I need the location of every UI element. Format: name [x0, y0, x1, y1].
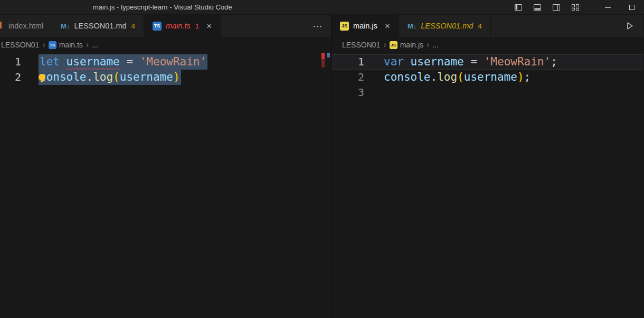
line-number[interactable]: 2 [332, 70, 366, 85]
breadcrumb-text: ... [92, 41, 98, 49]
toggle-secondary-sidebar-icon[interactable] [549, 0, 564, 15]
markdown-file-icon: M↓ [61, 22, 70, 31]
code-line-1[interactable]: 1var username = 'MeowRain'; [332, 54, 643, 70]
window-title: main.js - typescript-learn - Visual Stud… [93, 0, 232, 15]
chevron-right-icon: › [86, 40, 89, 50]
problems-badge: 4 [478, 22, 482, 30]
tab-label: LESSON01.md [421, 22, 473, 30]
code-lines: 1var username = 'MeowRain';2console.log(… [332, 53, 643, 100]
breadcrumb-item[interactable]: LESSON01 [1, 41, 39, 49]
tab-bar-right: JSmain.js×M↓LESSON01.md4 [332, 15, 643, 37]
breadcrumb-text: LESSON01 [342, 41, 380, 49]
titlebar-controls [511, 0, 644, 15]
tab-actions [624, 15, 635, 37]
breadcrumb-text: LESSON01 [1, 41, 39, 49]
title-bar: main.js - typescript-learn - Visual Stud… [0, 0, 644, 15]
toggle-panel-icon[interactable] [530, 0, 545, 15]
code-editor-right[interactable]: 1var username = 'MeowRain';2console.log(… [332, 53, 643, 318]
markdown-file-icon: M↓ [408, 22, 416, 31]
typescript-file-icon: TS [153, 22, 162, 31]
editor-area: index.htmlM↓LESSON01.md4TSmain.ts1× ⋯ LE… [0, 15, 644, 318]
breadcrumb-text: ... [432, 41, 439, 49]
clipped-tab-indicator [0, 22, 2, 28]
maximize-button[interactable] [620, 0, 644, 15]
code-lines: 1let username = 'MeowRain'2console.log(u… [0, 53, 331, 85]
code-text: let username = 'MeowRain' [39, 54, 207, 70]
overview-ruler [319, 53, 331, 74]
error-marker [321, 53, 325, 59]
tab-main-js[interactable]: JSmain.js× [332, 15, 399, 37]
tab-actions: ⋯ [312, 15, 323, 37]
maximize-icon [629, 5, 634, 10]
tab-label: main.js [353, 22, 377, 30]
more-actions-button[interactable]: ⋯ [312, 21, 323, 31]
editor-group-left: index.htmlM↓LESSON01.md4TSmain.ts1× ⋯ LE… [0, 15, 332, 318]
code-line-1[interactable]: 1let username = 'MeowRain' [0, 54, 331, 70]
tabs-list: index.htmlM↓LESSON01.md4TSmain.ts1× [0, 15, 221, 37]
chevron-right-icon: › [42, 40, 45, 50]
breadcrumb-left: LESSON01›TSmain.ts›... [0, 37, 331, 53]
line-number[interactable]: 1 [332, 54, 366, 70]
tab-index-html[interactable]: index.html [0, 15, 52, 37]
chevron-right-icon: › [427, 40, 429, 50]
code-line-2[interactable]: 2console.log(username); [332, 70, 643, 85]
toggle-primary-sidebar-icon[interactable] [511, 0, 526, 15]
tab-bar-left: index.htmlM↓LESSON01.md4TSmain.ts1× ⋯ [0, 15, 331, 37]
customize-layout-icon[interactable] [568, 0, 583, 15]
breadcrumb-right: LESSON01›JSmain.js›... [332, 37, 643, 53]
tab-main-ts[interactable]: TSmain.ts1× [144, 15, 221, 37]
breadcrumb-item[interactable]: ... [432, 41, 439, 49]
tab-label: index.html [8, 22, 43, 30]
code-text: console.log(username); [383, 70, 532, 85]
code-line-3[interactable]: 3 [332, 85, 643, 100]
vscode-window: main.js - typescript-learn - Visual Stud… [0, 0, 644, 318]
line-number[interactable]: 2 [0, 70, 23, 85]
error-marker-dim [321, 59, 325, 68]
tab-lesson01-md[interactable]: M↓LESSON01.md4 [52, 15, 144, 37]
editor-group-right: JSmain.js×M↓LESSON01.md4 LESSON01›JSmain… [332, 15, 643, 318]
code-editor-left[interactable]: 1let username = 'MeowRain'2console.log(u… [0, 53, 331, 318]
javascript-file-icon: JS [340, 22, 349, 31]
code-line-2[interactable]: 2console.log(username) [0, 70, 331, 85]
typescript-file-icon: TS [49, 41, 56, 49]
selection-marker [327, 53, 330, 57]
breadcrumb-item[interactable]: ... [92, 41, 98, 49]
breadcrumb-text: main.js [400, 41, 423, 49]
code-text: var username = 'MeowRain'; [383, 54, 558, 70]
breadcrumb-item[interactable]: JSmain.js [390, 41, 423, 49]
lightbulb-icon[interactable] [39, 74, 45, 81]
tab-lesson01-md[interactable]: M↓LESSON01.md4 [399, 15, 491, 37]
close-tab-icon[interactable]: × [206, 22, 212, 31]
breadcrumb-item[interactable]: TSmain.ts [49, 41, 83, 49]
code-text [383, 85, 385, 100]
tabs-list: JSmain.js×M↓LESSON01.md4 [332, 15, 491, 37]
javascript-file-icon: JS [390, 41, 397, 49]
line-number[interactable]: 3 [332, 85, 366, 100]
close-tab-icon[interactable]: × [385, 22, 390, 31]
problems-badge: 4 [131, 22, 136, 30]
problems-badge: 1 [195, 22, 200, 30]
minimize-icon [605, 7, 611, 8]
play-icon [624, 21, 635, 31]
line-number[interactable]: 1 [0, 54, 23, 70]
layout-controls [511, 0, 583, 15]
run-file-button[interactable] [624, 21, 635, 31]
breadcrumb-item[interactable]: LESSON01 [342, 41, 380, 49]
tab-label: LESSON01.md [74, 22, 126, 30]
minimize-button[interactable] [595, 0, 620, 15]
chevron-right-icon: › [383, 40, 386, 50]
breadcrumb-text: main.ts [59, 41, 83, 49]
code-text: console.log(username) [39, 70, 181, 85]
tab-label: main.ts [166, 22, 191, 30]
